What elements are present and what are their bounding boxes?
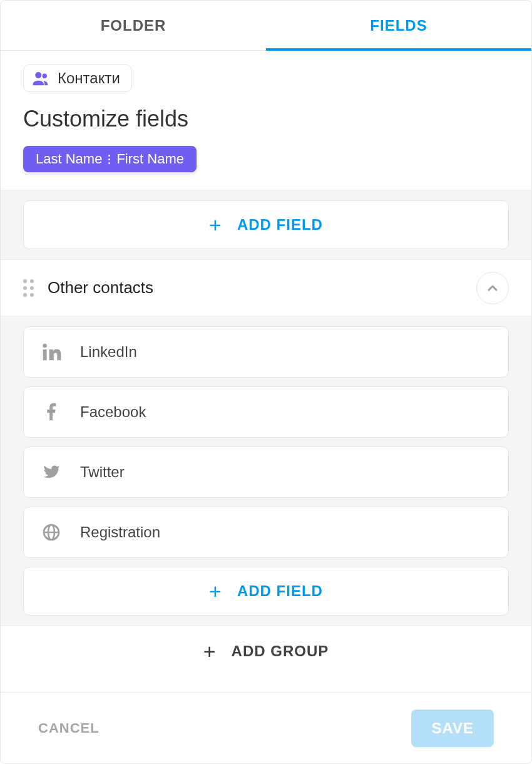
linkedin-icon xyxy=(40,342,63,362)
tab-fields[interactable]: FIELDS xyxy=(266,1,531,50)
page-title: Customize fields xyxy=(23,106,509,132)
svg-rect-2 xyxy=(43,349,47,360)
tab-folder[interactable]: FOLDER xyxy=(1,1,266,50)
svg-point-3 xyxy=(43,344,47,348)
add-group-button[interactable]: + ADD GROUP xyxy=(1,626,531,676)
section-body-top: + ADD FIELD xyxy=(1,190,531,259)
name-format-pill[interactable]: Last Name First Name xyxy=(23,146,197,172)
name-pill-right: First Name xyxy=(116,151,184,167)
customize-fields-panel: FOLDER FIELDS Контакти Customize fields … xyxy=(0,0,532,764)
drag-handle-icon[interactable] xyxy=(23,279,34,297)
tabs: FOLDER FIELDS xyxy=(1,1,531,51)
globe-icon xyxy=(40,522,63,542)
field-item-twitter[interactable]: Twitter xyxy=(23,447,509,498)
field-item-facebook[interactable]: Facebook xyxy=(23,386,509,438)
name-pill-left: Last Name xyxy=(36,151,102,167)
add-group-label: ADD GROUP xyxy=(232,643,329,660)
field-label: Twitter xyxy=(80,463,125,481)
field-label: LinkedIn xyxy=(80,343,137,361)
svg-point-0 xyxy=(35,72,41,78)
facebook-icon xyxy=(40,402,63,422)
section-body-group: LinkedIn Facebook Twitter xyxy=(1,316,531,626)
chevron-up-icon xyxy=(485,281,500,296)
spacer xyxy=(1,676,531,692)
plus-icon: + xyxy=(209,214,222,235)
field-label: Registration xyxy=(80,524,160,541)
add-field-button-group[interactable]: + ADD FIELD xyxy=(23,567,509,616)
footer: CANCEL SAVE xyxy=(1,692,531,763)
folder-badge[interactable]: Контакти xyxy=(23,65,132,92)
plus-icon: + xyxy=(203,641,217,662)
group-title: Other contacts xyxy=(48,278,463,297)
field-item-linkedin[interactable]: LinkedIn xyxy=(23,326,509,378)
drag-separator-icon xyxy=(108,155,110,164)
field-label: Facebook xyxy=(80,403,146,421)
collapse-button[interactable] xyxy=(476,272,509,304)
twitter-icon xyxy=(40,462,63,482)
save-button[interactable]: SAVE xyxy=(411,710,494,747)
add-field-button-top[interactable]: + ADD FIELD xyxy=(23,200,509,249)
add-field-label: ADD FIELD xyxy=(237,582,323,600)
people-icon xyxy=(31,69,50,88)
folder-badge-label: Контакти xyxy=(58,70,120,87)
header: Контакти Customize fields Last Name Firs… xyxy=(1,51,531,190)
svg-point-1 xyxy=(43,74,48,79)
plus-icon: + xyxy=(209,581,222,602)
add-field-label: ADD FIELD xyxy=(237,216,323,234)
field-item-registration[interactable]: Registration xyxy=(23,507,509,558)
cancel-button[interactable]: CANCEL xyxy=(38,720,100,736)
group-header-other-contacts[interactable]: Other contacts xyxy=(1,259,531,316)
